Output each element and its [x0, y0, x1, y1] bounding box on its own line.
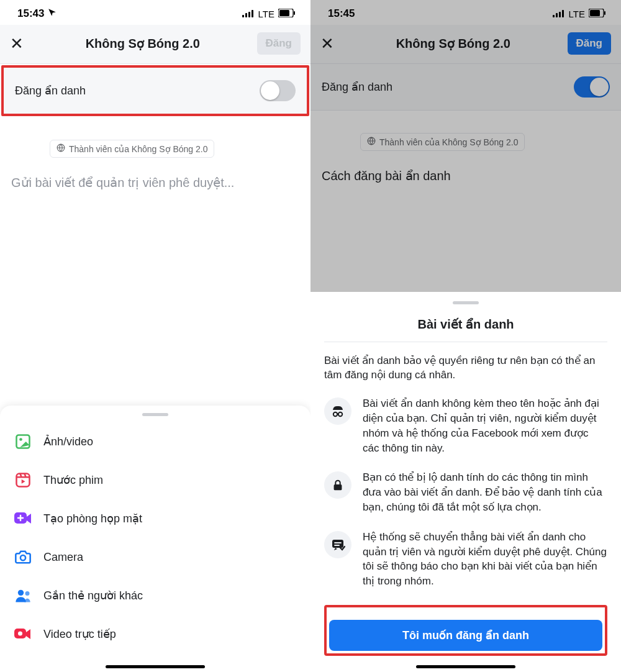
screen-left: 15:43 LTE ✕ Không Sợ Bóng 2.0 Đăng Đăng … — [0, 0, 310, 672]
header-title: Không Sợ Bóng 2.0 — [29, 36, 257, 51]
sheet-item-reels[interactable]: Thước phim — [0, 461, 310, 499]
modal-row-text: Bài viết ẩn danh không kèm theo tên hoặc… — [363, 396, 607, 455]
modal-row-text: Hệ thống sẽ chuyển thẳng bài viết ẩn dan… — [363, 530, 607, 589]
sheet-item-label: Thước phim — [43, 473, 103, 487]
svg-rect-18 — [556, 13, 558, 17]
sheet-item-photo-video[interactable]: Ảnh/video — [0, 422, 310, 461]
svg-point-16 — [18, 632, 22, 636]
modal-row-incognito: Bài viết ẩn danh không kèm theo tên hoặc… — [324, 389, 607, 463]
signal-icon — [242, 9, 255, 19]
anonymous-label: Đăng ẩn danh — [322, 80, 392, 94]
sheet-item-live-video[interactable]: Video trực tiếp — [0, 615, 310, 653]
svg-rect-17 — [553, 15, 555, 17]
lock-icon — [324, 471, 351, 499]
room-icon — [14, 509, 32, 528]
attachment-sheet: Ảnh/video Thước phim Tạo phòng họp mặt C… — [0, 406, 310, 672]
sheet-item-create-room[interactable]: Tạo phòng họp mặt — [0, 499, 310, 538]
member-chip-label: Thành viên của Không Sợ Bóng 2.0 — [379, 137, 518, 147]
close-button[interactable]: ✕ — [10, 34, 29, 53]
composer-text[interactable]: Cách đăng bài ẩn danh — [310, 151, 621, 183]
sheet-handle[interactable] — [142, 413, 168, 416]
sheet-item-label: Gắn thẻ người khác — [43, 589, 143, 602]
network-label: LTE — [258, 9, 274, 19]
anonymous-label: Đăng ẩn danh — [15, 84, 86, 98]
signal-icon — [553, 9, 565, 19]
svg-rect-22 — [590, 10, 600, 16]
anonymous-info-sheet: Bài viết ẩn danh Bài viết ẩn danh bảo vệ… — [310, 294, 621, 672]
location-icon — [48, 7, 57, 20]
compose-header: ✕ Không Sợ Bóng 2.0 Đăng — [310, 25, 621, 64]
svg-point-13 — [18, 590, 24, 596]
home-indicator[interactable] — [106, 665, 205, 668]
sheet-item-tag-people[interactable]: Gắn thẻ người khác — [0, 576, 310, 615]
live-video-icon — [14, 625, 32, 643]
composer-placeholder[interactable]: Gửi bài viết để quản trị viên phê duyệt.… — [0, 158, 310, 190]
anonymous-toggle[interactable] — [260, 80, 296, 101]
screen-right: 15:45 LTE ✕ Không Sợ Bóng 2.0 Đăng Đăng … — [310, 0, 621, 672]
modal-intro: Bài viết ẩn danh bảo vệ quyền riêng tư n… — [324, 342, 607, 389]
member-chip[interactable]: Thành viên của Không Sợ Bóng 2.0 — [360, 133, 525, 151]
battery-icon — [589, 9, 606, 19]
compose-header: ✕ Không Sợ Bóng 2.0 Đăng — [0, 25, 310, 64]
sheet-item-label: Camera — [43, 551, 83, 564]
camera-icon — [14, 548, 32, 566]
incognito-icon — [324, 397, 351, 425]
status-time: 15:45 — [328, 7, 355, 20]
modal-row-text: Bạn có thể bị lộ danh tính do các thông … — [363, 470, 607, 514]
post-button[interactable]: Đăng — [257, 32, 301, 55]
member-chip[interactable]: Thành viên của Không Sợ Bóng 2.0 — [50, 140, 214, 158]
svg-rect-23 — [604, 11, 605, 15]
svg-rect-27 — [334, 485, 342, 491]
battery-icon — [278, 9, 296, 19]
status-time: 15:43 — [17, 7, 44, 20]
member-chip-label: Thành viên của Không Sợ Bóng 2.0 — [69, 144, 207, 154]
cta-highlight: Tôi muốn đăng ẩn danh — [324, 605, 607, 656]
home-indicator[interactable] — [416, 665, 515, 668]
anonymous-toggle[interactable] — [574, 76, 610, 98]
tag-people-icon — [14, 586, 32, 605]
svg-rect-0 — [242, 15, 244, 17]
sheet-item-camera[interactable]: Camera — [0, 538, 310, 576]
globe-icon — [57, 143, 65, 154]
close-button[interactable]: ✕ — [320, 34, 339, 53]
reels-icon — [14, 471, 32, 489]
anonymous-toggle-row[interactable]: Đăng ẩn danh — [1, 65, 309, 116]
svg-point-12 — [20, 555, 25, 560]
svg-rect-28 — [332, 540, 343, 548]
svg-rect-19 — [559, 12, 561, 17]
network-label: LTE — [569, 9, 585, 19]
svg-rect-1 — [245, 13, 247, 17]
sheet-handle[interactable] — [453, 301, 479, 304]
globe-icon — [367, 137, 376, 147]
confirm-anonymous-button[interactable]: Tôi muốn đăng ẩn danh — [329, 620, 602, 651]
svg-rect-20 — [562, 10, 564, 17]
svg-point-9 — [19, 438, 22, 441]
svg-point-26 — [338, 412, 342, 416]
svg-rect-6 — [294, 11, 295, 15]
sheet-item-label: Video trực tiếp — [43, 627, 116, 641]
header-title: Không Sợ Bóng 2.0 — [339, 36, 568, 51]
svg-rect-2 — [248, 12, 250, 17]
photo-icon — [14, 432, 32, 451]
sheet-item-label: Tạo phòng họp mặt — [43, 512, 142, 525]
sheet-item-label: Ảnh/video — [43, 435, 93, 448]
post-button[interactable]: Đăng — [568, 32, 612, 55]
status-bar: 15:43 LTE — [0, 0, 310, 25]
svg-rect-5 — [279, 10, 289, 16]
status-bar: 15:45 LTE — [310, 0, 621, 25]
svg-rect-10 — [17, 474, 30, 487]
svg-rect-3 — [252, 10, 253, 17]
modal-row-lock: Bạn có thể bị lộ danh tính do các thông … — [324, 463, 607, 522]
svg-point-14 — [25, 591, 30, 596]
anonymous-toggle-row[interactable]: Đăng ẩn danh — [310, 64, 621, 111]
svg-point-25 — [333, 412, 337, 416]
modal-row-moderation: Hệ thống sẽ chuyển thẳng bài viết ẩn dan… — [324, 522, 607, 596]
moderation-icon — [324, 531, 351, 558]
modal-title: Bài viết ẩn danh — [324, 311, 607, 342]
